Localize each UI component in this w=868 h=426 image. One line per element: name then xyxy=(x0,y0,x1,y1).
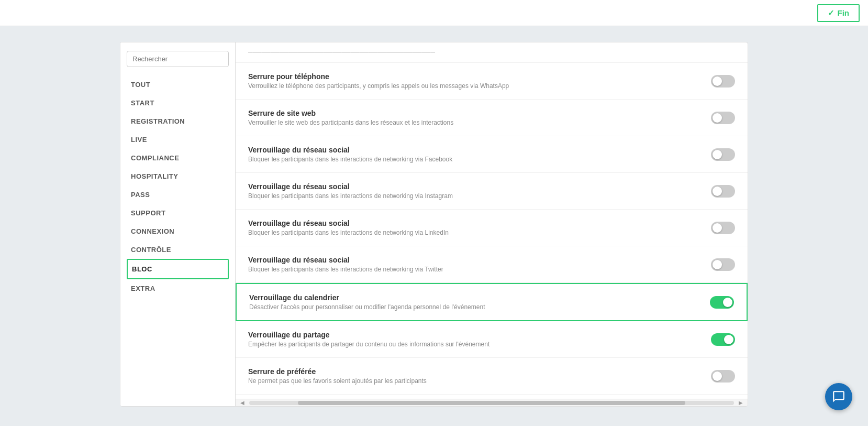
setting-row-serrure-telephone: Serrure pour téléphoneVerrouillez le tél… xyxy=(236,63,748,100)
setting-row-serrure-preferee: Serrure de préféréeNe permet pas que les… xyxy=(236,358,748,395)
toggle-thumb-verrouillage-social-twitter xyxy=(713,260,722,269)
setting-desc-verrouillage-social-instagram: Bloquer les participants dans les intera… xyxy=(248,192,700,200)
setting-info-serrure-site-web: Serrure de site webVerrouiller le site w… xyxy=(248,109,711,126)
check-icon: ✓ xyxy=(828,8,834,18)
toggle-track-verrouillage-social-facebook xyxy=(711,148,735,161)
setting-desc-verrouillage-partage: Empêcher les participants de partager du… xyxy=(248,341,700,348)
toggle-verrouillage-partage[interactable] xyxy=(711,333,735,346)
toggle-track-serrure-preferee xyxy=(711,370,735,383)
horizontal-scrollbar[interactable]: ◀ ▶ xyxy=(236,399,748,406)
setting-desc-serrure-preferee: Ne permet pas que les favoris soient ajo… xyxy=(248,377,700,385)
scroll-right-arrow[interactable]: ▶ xyxy=(736,398,745,407)
setting-row-verrouillage-social-linkedin: Verrouillage du réseau socialBloquer les… xyxy=(236,210,748,246)
toggle-thumb-serrure-preferee xyxy=(713,372,722,381)
toggle-track-serrure-telephone xyxy=(711,75,735,88)
top-bar: ✓ Fin xyxy=(0,0,868,26)
partial-top-content: ────────────────────────────────────────… xyxy=(236,42,748,63)
setting-row-verrouillage-social-facebook: Verrouillage du réseau socialBloquer les… xyxy=(236,136,748,173)
setting-info-verrouillage-social-facebook: Verrouillage du réseau socialBloquer les… xyxy=(248,146,711,163)
toggle-track-verrouillage-calendrier xyxy=(710,296,734,309)
toggle-thumb-serrure-site-web xyxy=(713,113,722,123)
setting-title-verrouillage-calendrier: Verrouillage du calendrier xyxy=(249,293,699,302)
setting-title-serrure-preferee: Serrure de préférée xyxy=(248,367,700,376)
sidebar-item-hospitality[interactable]: HOSPITALITY xyxy=(127,167,229,185)
scroll-left-arrow[interactable]: ◀ xyxy=(238,398,247,407)
toggle-thumb-verrouillage-partage xyxy=(724,335,733,344)
sidebar-item-pass[interactable]: PASS xyxy=(127,185,229,204)
toggle-serrure-preferee[interactable] xyxy=(711,370,735,383)
setting-row-verrouillage-social-instagram: Verrouillage du réseau socialBloquer les… xyxy=(236,173,748,210)
setting-desc-serrure-site-web: Verrouiller le site web des participants… xyxy=(248,119,700,126)
setting-info-verrouillage-calendrier: Verrouillage du calendrierDésactiver l'a… xyxy=(249,293,710,311)
setting-row-serrure-site-web: Serrure de site webVerrouiller le site w… xyxy=(236,100,748,136)
setting-info-verrouillage-social-instagram: Verrouillage du réseau socialBloquer les… xyxy=(248,182,711,200)
panel: TOUTSTARTREGISTRATIONLIVECOMPLIANCEHOSPI… xyxy=(120,42,748,407)
setting-title-verrouillage-partage: Verrouillage du partage xyxy=(248,331,700,339)
fin-button[interactable]: ✓ Fin xyxy=(817,4,860,22)
setting-title-verrouillage-social-linkedin: Verrouillage du réseau social xyxy=(248,219,700,227)
sidebar-item-live[interactable]: LIVE xyxy=(127,130,229,149)
sidebar-item-registration[interactable]: REGISTRATION xyxy=(127,112,229,130)
setting-desc-serrure-telephone: Verrouillez le téléphone des participant… xyxy=(248,82,700,90)
toggle-serrure-site-web[interactable] xyxy=(711,112,735,124)
setting-title-serrure-telephone: Serrure pour téléphone xyxy=(248,72,700,81)
chat-bubble-button[interactable] xyxy=(825,383,852,410)
setting-row-verrouillage-calendrier: Verrouillage du calendrierDésactiver l'a… xyxy=(236,283,748,321)
toggle-verrouillage-calendrier[interactable] xyxy=(710,296,734,309)
sidebar: TOUTSTARTREGISTRATIONLIVECOMPLIANCEHOSPI… xyxy=(120,42,236,406)
setting-info-verrouillage-social-linkedin: Verrouillage du réseau socialBloquer les… xyxy=(248,219,711,236)
sidebar-item-support[interactable]: SUPPORT xyxy=(127,204,229,222)
setting-desc-verrouillage-calendrier: Désactiver l'accès pour personnaliser ou… xyxy=(249,303,699,311)
toggle-verrouillage-social-instagram[interactable] xyxy=(711,185,735,198)
fin-label: Fin xyxy=(838,8,850,17)
setting-desc-verrouillage-social-twitter: Bloquer les participants dans les intera… xyxy=(248,266,700,273)
setting-title-verrouillage-social-instagram: Verrouillage du réseau social xyxy=(248,182,700,191)
setting-row-verrouillage-chat: Verrouillage du chatBloquer toute conver… xyxy=(236,395,748,399)
toggle-thumb-verrouillage-social-instagram xyxy=(713,187,722,196)
toggle-track-serrure-site-web xyxy=(711,112,735,124)
toggle-verrouillage-social-linkedin[interactable] xyxy=(711,222,735,234)
setting-desc-verrouillage-social-linkedin: Bloquer les participants dans les intera… xyxy=(248,229,700,236)
sidebar-item-compliance[interactable]: COMPLIANCE xyxy=(127,149,229,167)
toggle-track-verrouillage-social-twitter xyxy=(711,258,735,271)
sidebar-item-connexion[interactable]: CONNEXION xyxy=(127,222,229,241)
toggle-thumb-verrouillage-calendrier xyxy=(723,298,732,307)
setting-row-verrouillage-partage: Verrouillage du partageEmpêcher les part… xyxy=(236,321,748,358)
toggle-serrure-telephone[interactable] xyxy=(711,75,735,88)
sidebar-item-controle[interactable]: CONTRÔLE xyxy=(127,241,229,259)
setting-info-serrure-preferee: Serrure de préféréeNe permet pas que les… xyxy=(248,367,711,385)
scroll-thumb xyxy=(298,401,686,405)
toggle-thumb-verrouillage-social-linkedin xyxy=(713,223,722,233)
setting-info-verrouillage-social-twitter: Verrouillage du réseau socialBloquer les… xyxy=(248,256,711,273)
scroll-track xyxy=(249,401,734,405)
toggle-verrouillage-social-facebook[interactable] xyxy=(711,148,735,161)
setting-desc-verrouillage-social-facebook: Bloquer les participants dans les intera… xyxy=(248,156,700,163)
sidebar-item-start[interactable]: START xyxy=(127,94,229,112)
content-area: ────────────────────────────────────────… xyxy=(236,42,748,406)
sidebar-item-tout[interactable]: TOUT xyxy=(127,75,229,94)
content-scroll[interactable]: ────────────────────────────────────────… xyxy=(236,42,748,399)
setting-title-serrure-site-web: Serrure de site web xyxy=(248,109,700,117)
toggle-thumb-serrure-telephone xyxy=(713,77,722,86)
setting-row-verrouillage-social-twitter: Verrouillage du réseau socialBloquer les… xyxy=(236,246,748,283)
toggle-track-verrouillage-social-linkedin xyxy=(711,222,735,234)
toggle-verrouillage-social-twitter[interactable] xyxy=(711,258,735,271)
toggle-track-verrouillage-partage xyxy=(711,333,735,346)
toggle-track-verrouillage-social-instagram xyxy=(711,185,735,198)
sidebar-nav: TOUTSTARTREGISTRATIONLIVECOMPLIANCEHOSPI… xyxy=(127,75,229,298)
main-container: TOUTSTARTREGISTRATIONLIVECOMPLIANCEHOSPI… xyxy=(0,26,868,422)
chat-icon xyxy=(832,390,845,403)
search-input[interactable] xyxy=(127,51,229,67)
settings-list: Serrure pour téléphoneVerrouillez le tél… xyxy=(236,63,748,399)
toggle-thumb-verrouillage-social-facebook xyxy=(713,150,722,159)
setting-info-serrure-telephone: Serrure pour téléphoneVerrouillez le tél… xyxy=(248,72,711,90)
setting-title-verrouillage-social-facebook: Verrouillage du réseau social xyxy=(248,146,700,154)
sidebar-item-bloc[interactable]: BLOC xyxy=(127,259,229,279)
setting-info-verrouillage-partage: Verrouillage du partageEmpêcher les part… xyxy=(248,331,711,348)
sidebar-item-extra[interactable]: EXTRA xyxy=(127,279,229,298)
setting-title-verrouillage-social-twitter: Verrouillage du réseau social xyxy=(248,256,700,264)
